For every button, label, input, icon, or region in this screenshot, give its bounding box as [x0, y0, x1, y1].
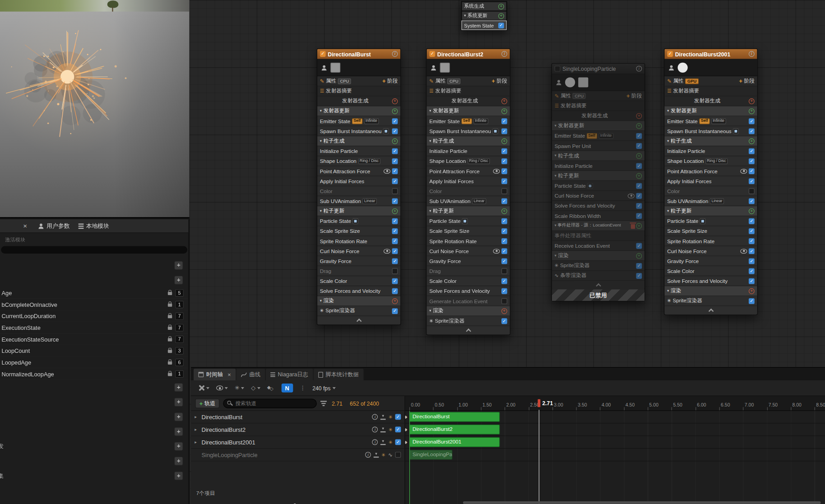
enabled-checkbox[interactable]: ✓	[749, 248, 755, 254]
add-module-button[interactable]: +	[392, 208, 398, 214]
parameter-row[interactable]: ExecutionState7	[0, 322, 188, 333]
parameter-filter-bar[interactable]	[1, 246, 187, 254]
enabled-checkbox[interactable]	[392, 188, 398, 194]
info-icon[interactable]: i	[372, 426, 378, 432]
module-row[interactable]: Solve Forces and Velocity✓	[426, 286, 510, 296]
add-stage-button[interactable]: +	[626, 92, 630, 99]
enabled-checkbox[interactable]: ✓	[636, 163, 642, 169]
kebab-icon[interactable]: ⋮	[300, 384, 306, 391]
module-row[interactable]: Curl Noise Force✓	[317, 246, 400, 256]
enabled-checkbox[interactable]: ✓	[749, 228, 755, 234]
module-row[interactable]: Color	[317, 186, 400, 196]
timeline-clip[interactable]: DirectionalBurst2001	[409, 437, 500, 447]
playhead-handle[interactable]	[538, 399, 540, 407]
caret-down-icon[interactable]: ▾	[320, 139, 322, 143]
caret-down-icon[interactable]: ▾	[429, 109, 431, 113]
renderer-thumbnail[interactable]	[678, 63, 688, 73]
add-module-button[interactable]: +	[498, 4, 504, 9]
parameter-row[interactable]: CurrentLoopDuration7	[0, 310, 188, 322]
enabled-checkbox[interactable]: ✓	[501, 228, 507, 234]
add-module-button[interactable]: +	[501, 308, 507, 314]
parameter-row[interactable]: LoopedAge6	[0, 356, 188, 368]
parameter-value[interactable]: 3	[175, 347, 184, 354]
enabled-checkbox[interactable]: ✓	[392, 288, 398, 294]
info-icon[interactable]: i	[636, 66, 642, 72]
add-module-button[interactable]: +	[501, 208, 507, 214]
enabled-checkbox[interactable]: ✓	[749, 168, 755, 174]
emitter-stack[interactable]: ✓DirectionalBursti✎属性CPU+阶段☰发射器摘要发射器生成+▾…	[317, 48, 401, 325]
module-row[interactable]: Scale Color✓	[426, 276, 510, 286]
enabled-checkbox[interactable]: ✓	[395, 426, 401, 432]
add-module-button[interactable]: +	[749, 108, 755, 114]
track-row[interactable]: SingleLoopingParticlei✳∿	[191, 449, 404, 461]
burst-icon[interactable]: ✳	[381, 452, 385, 458]
caret-down-icon[interactable]: ▾	[667, 289, 669, 293]
renderer-thumbnail[interactable]	[578, 77, 588, 87]
toggle-badge[interactable]	[383, 128, 389, 134]
module-row[interactable]: Curl Noise Force✓	[426, 246, 510, 256]
ribbon-icon[interactable]: ∿	[388, 452, 393, 458]
timeline-lane[interactable]: ◆DirectionalBurst	[405, 411, 825, 424]
enabled-checkbox[interactable]: ✓	[392, 238, 398, 244]
enabled-checkbox[interactable]: ✓	[749, 148, 755, 154]
toggle-badge[interactable]	[588, 183, 593, 189]
module-row[interactable]: Scale Sprite Size✓	[426, 226, 510, 236]
stack-group-row[interactable]: ▾发射器更新+	[664, 106, 757, 116]
caret-down-icon[interactable]: ▾	[464, 14, 466, 18]
add-parameter-button[interactable]: +	[174, 383, 183, 392]
info-icon[interactable]: i	[501, 51, 507, 57]
enabled-checkbox[interactable]: ✓	[749, 198, 755, 204]
add-stage-button[interactable]: +	[382, 78, 386, 84]
isolate-icon[interactable]	[380, 414, 386, 420]
stack-group-row[interactable]: ▾粒子生成+	[664, 136, 757, 146]
collapse-stack-button[interactable]	[664, 306, 757, 315]
properties-row[interactable]: ✎属性CPU+阶段	[552, 91, 644, 101]
search-input[interactable]	[223, 398, 317, 408]
timeline-clip[interactable]: DirectionalBurst	[409, 412, 500, 422]
module-row[interactable]: Point Attraction Force✓	[317, 166, 400, 176]
renderer-row[interactable]: ✳Sprite渲染器✓	[552, 261, 644, 271]
enabled-checkbox[interactable]	[395, 452, 401, 458]
add-parameter-button[interactable]: +	[174, 275, 183, 284]
module-row[interactable]: Particle State✓	[552, 181, 644, 191]
toggle-badge[interactable]	[733, 128, 739, 134]
lock-icon[interactable]	[168, 361, 172, 365]
renderer-row[interactable]: ∿条带渲染器✓	[552, 271, 644, 281]
add-module-button[interactable]: +	[636, 223, 642, 229]
caret-right-icon[interactable]: ▸	[195, 427, 199, 432]
module-row[interactable]: Receive Location Event✓	[552, 241, 644, 251]
parameter-value[interactable]: 1	[175, 370, 184, 377]
keyframe-icon[interactable]: ◆	[405, 427, 408, 432]
renderer-row[interactable]: ✳Sprite渲染器✓	[317, 306, 400, 316]
collapse-stack-button[interactable]	[426, 326, 510, 335]
module-row[interactable]: Shape LocationRing / Disc✓	[426, 156, 510, 166]
stop-button[interactable]: ■	[259, 502, 262, 504]
visibility-eye-icon[interactable]	[628, 193, 635, 198]
caret-right-icon[interactable]: ▸	[195, 440, 199, 444]
add-module-button[interactable]: +	[636, 153, 642, 159]
stack-group-row[interactable]: ▾粒子更新+	[317, 206, 400, 216]
visibility-eye-icon[interactable]	[740, 169, 747, 173]
visibility-eye-icon[interactable]	[384, 169, 390, 173]
parameter-value[interactable]: 5	[175, 289, 184, 296]
module-row[interactable]: Particle State✓	[664, 216, 757, 226]
lock-icon[interactable]	[168, 315, 172, 318]
stack-group-row[interactable]: ▾粒子更新+	[426, 206, 510, 216]
add-parameter-button[interactable]: +	[174, 471, 183, 480]
module-row[interactable]: Scale Ribbon Width✓	[552, 211, 644, 221]
enabled-checkbox[interactable]: ✓	[392, 168, 398, 174]
caret-down-icon[interactable]: ▾	[555, 124, 556, 128]
enabled-checkbox[interactable]: ✓	[636, 203, 642, 208]
preview-viewport[interactable]	[0, 0, 190, 218]
enabled-checkbox[interactable]: ✓	[392, 278, 398, 284]
filter-icon[interactable]	[320, 401, 327, 406]
info-icon[interactable]: i	[365, 452, 371, 458]
caret-down-icon[interactable]: ▾	[320, 299, 322, 303]
timeline-clip[interactable]: DirectionalBurst2	[409, 425, 500, 435]
module-row[interactable]: Sprite Rotation Rate✓	[317, 236, 400, 246]
caret-down-icon[interactable]: ▾	[555, 174, 556, 178]
info-icon[interactable]: i	[372, 439, 378, 445]
timeline-lane[interactable]: ◆DirectionalBurst2001	[405, 436, 825, 449]
add-module-button[interactable]: +	[501, 108, 507, 114]
enabled-checkbox[interactable]: ✓	[501, 238, 507, 244]
